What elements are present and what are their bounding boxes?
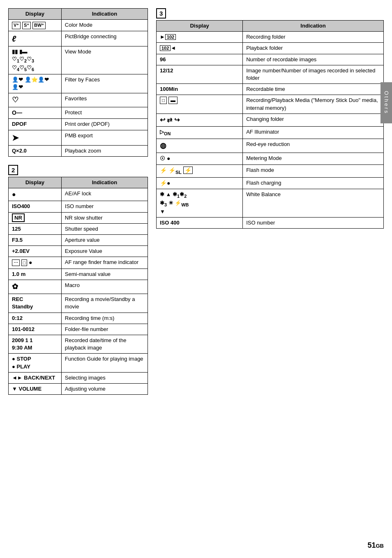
display-cell: □ ▬ (157, 95, 243, 113)
table2-header-indication: Indication (61, 177, 148, 188)
display-cell: ☉ ● (157, 153, 243, 165)
display-cell: ✱ ▲ ✱1✱2 ✱3 ☀ ⚡WB ▼ (157, 189, 243, 218)
indication-cell: Recorded date/time of the playback image (61, 335, 148, 354)
indication-cell: Playback folder (243, 43, 384, 54)
display-cell: O― (9, 107, 62, 119)
table-row: RECStandby Recording a movie/Standby a m… (9, 294, 148, 313)
indication-cell: PictBridge connecting (61, 31, 148, 46)
table-row: 100Min Recordable time (157, 84, 384, 95)
table-row: ♡ Favorites (9, 93, 148, 107)
table3-header-display: Display (157, 21, 243, 32)
display-cell: 2009 1 19:30 AM (9, 335, 62, 354)
display-cell: V⁺ S⁺ BW⁺ (9, 20, 62, 31)
display-cell: ● STOP● PLAY (9, 354, 62, 372)
indication-cell: Recording folder (243, 32, 384, 43)
table-row: ⋯ □ ● AF range finder frame indicator (9, 257, 148, 269)
display-cell: RECStandby (9, 294, 62, 313)
bw-plus-icon: BW⁺ (32, 22, 46, 29)
table-row: ▼ VOLUME Adjusting volume (9, 383, 148, 394)
page-layout: Display Indication V⁺ S⁺ BW⁺ Color Mode … (8, 8, 384, 403)
display-cell: 100Min (157, 84, 243, 95)
display-cell: ▼ VOLUME (9, 383, 62, 394)
indication-cell: NR slow shutter (61, 212, 148, 223)
indication-cell: Protect (61, 107, 148, 119)
table-row: ℓ PictBridge connecting (9, 31, 148, 46)
display-cell: +2.0EV (9, 246, 62, 257)
table-row: ☉ ● Metering Mode (157, 153, 384, 165)
section3-label: 3 (156, 8, 166, 19)
indication-cell: AF range finder frame indicator (61, 257, 148, 269)
indication-cell: Flash charging (243, 177, 384, 189)
table-row: DPOF Print order (DPOF) (9, 119, 148, 130)
indication-cell: View Mode (61, 46, 148, 74)
table-row: ▮▮ ▮▬ ♡1♡2♡3 ♡4♡5♡6 View Mode (9, 46, 148, 74)
display-cell: 125 (9, 223, 62, 234)
display-cell: ♡ (9, 93, 62, 107)
indication-cell: Adjusting volume (61, 383, 148, 394)
indication-cell: Number of recordable images (243, 54, 384, 65)
indication-cell: AF Illuminator (243, 127, 384, 139)
table2-header-display: Display (9, 177, 62, 188)
table-row: ● AE/AF lock (9, 188, 148, 201)
table-row: O― Protect (9, 107, 148, 119)
table1-header-display: Display (9, 9, 62, 20)
display-cell: ↩ ⇄ ↪ (157, 113, 243, 126)
left-column: Display Indication V⁺ S⁺ BW⁺ Color Mode … (8, 8, 148, 403)
display-cell: 102◄ (157, 43, 243, 54)
display-cell: ● (9, 188, 62, 201)
section2-label: 2 (8, 165, 18, 175)
indication-cell: Flash mode (243, 164, 384, 177)
indication-cell: Selecting images (61, 372, 148, 383)
table-row: ISO 400 ISO number (157, 218, 384, 229)
indication-cell: Color Mode (61, 20, 148, 31)
indication-cell: Print order (DPOF) (61, 119, 148, 130)
display-cell: ◄► BACK/NEXT (9, 372, 62, 383)
display-cell: ⋯ □ ● (9, 257, 62, 269)
table2: Display Indication ● AE/AF lock ISO400 I… (8, 177, 148, 395)
display-cell: 96 (157, 54, 243, 65)
indication-cell: Red-eye reduction (243, 139, 384, 153)
table-row: ⚡● Flash charging (157, 177, 384, 189)
table-row: 0:12 Recording time (m:s) (9, 313, 148, 324)
table-row: 2009 1 19:30 AM Recorded date/time of th… (9, 335, 148, 354)
indication-cell: AE/AF lock (61, 188, 148, 201)
indication-cell: PMB export (61, 130, 148, 145)
table-row: V⁺ S⁺ BW⁺ Color Mode (9, 20, 148, 31)
table1: Display Indication V⁺ S⁺ BW⁺ Color Mode … (8, 8, 148, 157)
page-number: 51GB (367, 541, 384, 550)
indication-cell: Function Guide for playing image (61, 354, 148, 372)
display-cell: ▮▮ ▮▬ ♡1♡2♡3 ♡4♡5♡6 (9, 46, 62, 74)
table-row: ● STOP● PLAY Function Guide for playing … (9, 354, 148, 372)
table-row: 96 Number of recordable images (157, 54, 384, 65)
display-cell: ►102 (157, 32, 243, 43)
table-row: ✿ Macro (9, 280, 148, 294)
table-row: 12/12 Image number/Number of images reco… (157, 65, 384, 83)
indication-cell: Aperture value (61, 234, 148, 245)
table-row: ◄► BACK/NEXT Selecting images (9, 372, 148, 383)
display-cell: ℓ (9, 31, 62, 46)
display-cell: 101-0012 (9, 324, 62, 335)
indication-cell: Semi-manual value (61, 269, 148, 280)
indication-cell: Recording/Playback Media ("Memory Stick … (243, 95, 384, 113)
s-plus-icon: S⁺ (22, 22, 31, 29)
table-row: ▷ON AF Illuminator (157, 127, 384, 139)
display-cell: ✿ (9, 280, 62, 294)
table-row: ➤ PMB export (9, 130, 148, 145)
table-row: ◍ Red-eye reduction (157, 139, 384, 153)
table-row: 125 Shutter speed (9, 223, 148, 234)
indication-cell: ISO number (243, 218, 384, 229)
table-row: NR NR slow shutter (9, 212, 148, 223)
display-cell: ⚡● (157, 177, 243, 189)
display-cell: 12/12 (157, 65, 243, 83)
table3: Display Indication ►102 Recording folder… (156, 20, 384, 229)
indication-cell: Recording time (m:s) (61, 313, 148, 324)
display-cell: 👤❤ 👤⭐👤❤ 👤❤ (9, 74, 62, 93)
display-cell: 0:12 (9, 313, 62, 324)
table-row: F3.5 Aperture value (9, 234, 148, 245)
display-cell: ⚡ ⚡SL ⚡ (157, 164, 243, 177)
display-cell: ▷ON (157, 127, 243, 139)
table3-header-indication: Indication (243, 21, 384, 32)
indication-cell: Playback zoom (61, 145, 148, 156)
table-row: ⚡ ⚡SL ⚡ Flash mode (157, 164, 384, 177)
table-row: □ ▬ Recording/Playback Media ("Memory St… (157, 95, 384, 113)
